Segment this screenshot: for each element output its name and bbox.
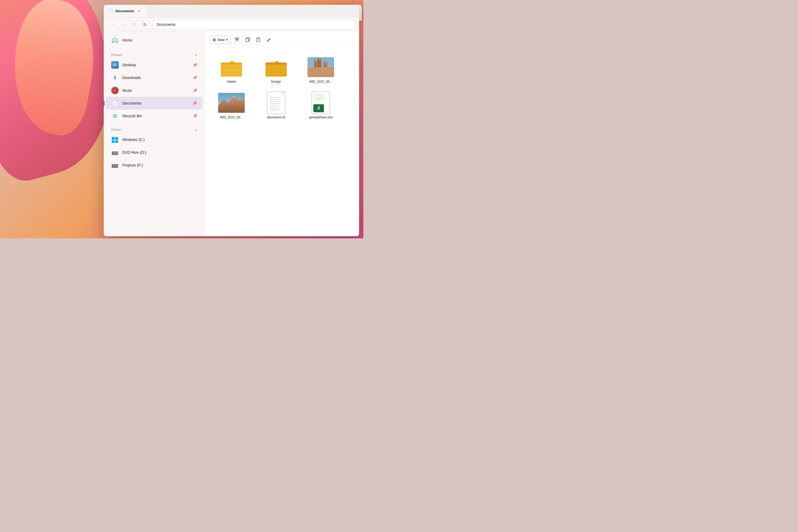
excel-file-icon: X — [307, 92, 334, 113]
sidebar-item-windows-c[interactable]: Windows (C:) — [106, 133, 203, 146]
documents-tab-close-btn[interactable]: ✕ — [136, 8, 142, 14]
content-toolbar: ⊕ New ▾ — [205, 32, 359, 48]
paste-icon — [256, 37, 261, 42]
main-area: Home Pinned ∧ Desktop — [104, 32, 359, 236]
documents-tab-label: Documents — [115, 9, 134, 13]
downloads-nav-label: Downloads — [122, 76, 189, 80]
text-file-icon — [263, 92, 289, 113]
copy-icon — [245, 37, 250, 42]
svg-rect-0 — [113, 63, 117, 66]
forward-button[interactable]: → — [119, 20, 128, 29]
recycle-bin-nav-label: Recycle Bin — [122, 114, 189, 118]
sidebar: Home Pinned ∧ Desktop — [104, 32, 205, 236]
excel-file-label: spreadsheet.xlsx — [309, 115, 333, 119]
svg-rect-4 — [112, 140, 115, 143]
home-icon — [111, 36, 119, 44]
home-nav-label: Home — [122, 38, 197, 42]
dvd-drive-icon — [111, 149, 119, 156]
img1-label: IMG_2022_06... — [309, 80, 332, 83]
copy-button[interactable] — [243, 35, 252, 44]
file-item-excel[interactable]: X spreadsheet.xlsx — [300, 89, 342, 122]
svg-point-8 — [112, 153, 113, 154]
downloads-pin-icon: 📌 — [193, 76, 197, 80]
img2-thumbnail — [218, 93, 245, 113]
sidebar-item-recycle-bin[interactable]: ♻ Recycle Bin 📌 — [106, 110, 203, 122]
rename-icon — [267, 37, 271, 42]
music-icon: ♪ — [111, 87, 119, 94]
pinned-chevron-icon[interactable]: ∧ — [195, 53, 197, 57]
pinned-section-title: Pinned — [111, 53, 122, 57]
windows-drive-icon — [111, 136, 119, 143]
music-pin-icon: 📌 — [193, 88, 197, 93]
file-item-img2[interactable]: IMG_2022_06... — [210, 89, 253, 122]
hdd-drive-icon — [111, 162, 119, 168]
back-button[interactable]: ← — [108, 20, 118, 29]
text-file-label: document.txt — [267, 115, 285, 119]
refresh-button[interactable]: ↻ — [140, 20, 150, 29]
navigation-toolbar: ← → ↑ ↻ Documents — [104, 18, 359, 32]
file-explorer-window: 📄 Documents ✕ ← → ↑ ↻ Documents — [104, 5, 359, 236]
svg-rect-7 — [113, 152, 116, 153]
new-chevron-icon: ▾ — [226, 38, 228, 41]
file-item-adobe[interactable]: Adobe — [210, 53, 253, 87]
svg-rect-24 — [307, 67, 334, 77]
documents-sidebar-icon: 📄 — [112, 100, 118, 107]
sidebar-item-home[interactable]: Home — [106, 34, 203, 46]
downloads-icon: ⬇ — [113, 75, 117, 81]
recycle-bin-icon: ♻ — [113, 113, 117, 119]
windows-c-nav-label: Windows (C:) — [122, 137, 197, 142]
desktop-icon — [111, 61, 119, 69]
dvd-d-nav-label: DVD Rom (D:) — [122, 150, 197, 155]
img1-thumbnail — [307, 57, 334, 77]
new-button[interactable]: ⊕ New ▾ — [209, 35, 231, 44]
scissors-icon — [234, 37, 240, 42]
file-item-design[interactable]: Design — [255, 53, 298, 87]
recycle-pin-icon: 📌 — [193, 114, 197, 118]
files-grid: Adobe Design — [205, 48, 359, 128]
design-folder-label: Design — [271, 80, 281, 83]
file-item-text[interactable]: document.txt — [255, 89, 298, 122]
drives-section-header: Drives ∧ — [106, 125, 203, 133]
svg-rect-3 — [115, 137, 118, 140]
file-item-img1[interactable]: IMG_2022_06... — [300, 53, 342, 87]
music-nav-label: Music — [122, 88, 189, 93]
documents-nav-label: Documents — [122, 101, 189, 105]
tab-documents[interactable]: 📄 Documents ✕ — [104, 5, 146, 17]
sidebar-item-documents[interactable]: 📄 Documents 📌 — [106, 97, 203, 110]
adobe-folder-label: Adobe — [227, 80, 236, 83]
pinned-section-header: Pinned ∧ — [106, 50, 203, 58]
up-button[interactable]: ↑ — [129, 20, 139, 29]
svg-rect-1 — [114, 66, 116, 66]
svg-rect-19 — [258, 38, 259, 39]
svg-line-20 — [269, 39, 270, 40]
adobe-folder-icon — [218, 56, 245, 78]
paste-button[interactable] — [253, 35, 263, 44]
cut-button[interactable] — [232, 35, 242, 44]
drives-section-title: Drives — [111, 128, 121, 132]
content-pane: ⊕ New ▾ — [205, 32, 359, 236]
address-bar[interactable]: Documents — [153, 20, 355, 29]
sidebar-item-desktop[interactable]: Desktop 📌 — [106, 58, 203, 71]
documents-tab-icon: 📄 — [108, 8, 113, 14]
title-bar: 📄 Documents ✕ — [104, 5, 359, 18]
svg-rect-2 — [112, 137, 115, 140]
rename-button[interactable] — [264, 35, 274, 44]
sidebar-item-downloads[interactable]: ⬇ Downloads 📌 — [106, 71, 203, 84]
drives-chevron-icon[interactable]: ∧ — [195, 128, 197, 132]
documents-pin-icon: 📌 — [193, 101, 197, 105]
new-plus-icon: ⊕ — [212, 37, 216, 42]
sidebar-item-projects-p[interactable]: Projects (P:) — [106, 159, 203, 172]
svg-point-11 — [116, 166, 118, 167]
svg-rect-5 — [115, 140, 118, 143]
desktop-nav-label: Desktop — [122, 63, 189, 67]
svg-rect-17 — [246, 38, 249, 42]
design-folder-icon — [263, 56, 289, 78]
sidebar-item-dvd-d[interactable]: DVD Rom (D:) — [106, 146, 203, 159]
sidebar-item-music[interactable]: ♪ Music 📌 — [106, 84, 203, 97]
desktop-pin-icon: 📌 — [193, 63, 197, 67]
projects-p-nav-label: Projects (P:) — [122, 163, 197, 167]
img2-label: IMG_2022_06... — [220, 115, 243, 119]
